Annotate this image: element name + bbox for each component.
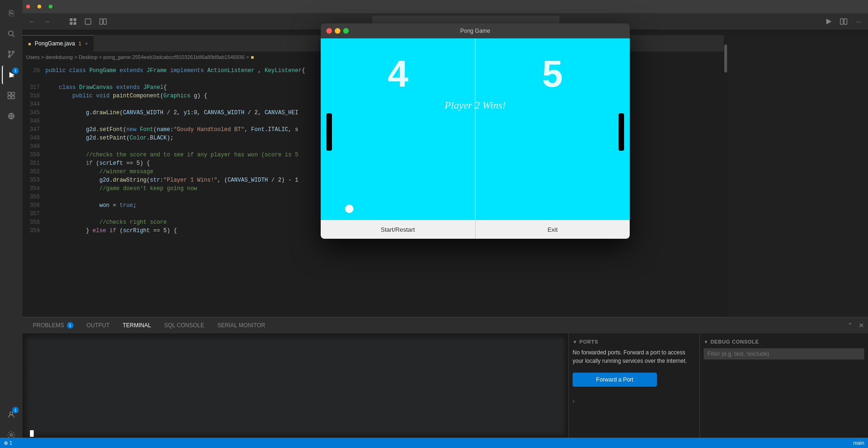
winner-message: Player 2 Wins! [445, 99, 506, 111]
svg-rect-23 [840, 19, 843, 24]
svg-rect-19 [85, 19, 91, 24]
tab-output[interactable]: OUTPUT [80, 317, 116, 334]
problems-badge: 1 [67, 322, 74, 329]
bottom-tabs-bar: PROBLEMS 1 OUTPUT TERMINAL SQL CONSOLE S… [22, 317, 868, 333]
tab-sql-console[interactable]: SQL CONSOLE [158, 317, 211, 334]
tab-problems[interactable]: PROBLEMS 1 [26, 317, 80, 334]
svg-point-2 [8, 51, 10, 53]
status-right: main [853, 440, 864, 446]
window-control-min [37, 5, 41, 8]
expand-ports-button[interactable]: › [573, 398, 696, 404]
pong-game-area: 4 5 Player 2 Wins! [321, 38, 630, 220]
tab-filename: PongGame.java [35, 40, 75, 47]
run-badge: 1 [12, 67, 19, 74]
breadcrumb-icon: ■ [251, 54, 254, 60]
ports-title: PORTS [579, 339, 598, 345]
debug-filter-input[interactable] [704, 348, 864, 360]
forward-button[interactable]: → [41, 16, 52, 27]
pong-window-title: Pong Game [460, 28, 490, 34]
toolbar-icon-1[interactable] [67, 16, 79, 27]
extensions-icon[interactable] [2, 86, 21, 105]
terminal-label: TERMINAL [123, 322, 151, 329]
pong-game-window: Pong Game 4 5 Player 2 Wins! Start/Resta… [321, 23, 630, 239]
window-close-button[interactable] [326, 28, 332, 34]
split-editor-button[interactable] [838, 16, 849, 27]
toolbar-icon-3[interactable] [97, 16, 109, 27]
window-control-max [49, 5, 52, 8]
svg-rect-24 [844, 19, 847, 24]
debug-header: ▼ DEBUG CONSOLE [704, 337, 864, 348]
output-label: OUTPUT [87, 322, 110, 329]
window-minimize-button[interactable] [335, 28, 340, 34]
ports-message: No forwarded ports. Forward a port to ac… [573, 348, 696, 365]
terminal-output [26, 337, 565, 435]
menu-bar [22, 0, 868, 13]
tab-icon: ■ [28, 41, 31, 46]
run-debug-icon[interactable]: 1 [2, 66, 21, 84]
activity-bar: ⎘ 1 [0, 0, 22, 448]
score-left: 4 [388, 52, 409, 95]
pong-controls: Start/Restart Exit [321, 220, 630, 239]
bottom-panel-controls: ⌃ ✕ [847, 322, 864, 329]
svg-rect-20 [100, 19, 103, 24]
window-control-close [26, 5, 30, 8]
svg-rect-17 [70, 22, 73, 25]
ports-panel: ▼ PORTS No forwarded ports. Forward a po… [568, 333, 699, 448]
tab-close-button[interactable]: × [85, 41, 88, 46]
paddle-left [326, 113, 332, 151]
search-icon[interactable] [2, 24, 21, 43]
bottom-panels: PROBLEMS 1 OUTPUT TERMINAL SQL CONSOLE S… [22, 317, 868, 448]
branch-status[interactable]: main [853, 440, 864, 446]
svg-rect-8 [12, 92, 15, 95]
svg-point-14 [10, 434, 13, 436]
close-panel-button[interactable]: ✕ [859, 322, 864, 329]
accounts-icon[interactable]: 1 [2, 405, 21, 424]
forward-port-button[interactable]: Forward a Port [573, 373, 657, 387]
files-icon[interactable]: ⎘ [2, 4, 21, 22]
exit-button[interactable]: Exit [476, 220, 630, 239]
scrollbar-track[interactable] [724, 35, 728, 307]
status-bar: ⊕ 1 main [0, 438, 868, 448]
svg-rect-6 [9, 76, 14, 77]
tab-terminal[interactable]: TERMINAL [116, 317, 158, 334]
remote-explorer-icon[interactable] [2, 107, 21, 125]
sql-label: SQL CONSOLE [164, 322, 205, 329]
toolbar-icon-2[interactable] [82, 16, 94, 27]
source-control-icon[interactable] [2, 45, 21, 64]
run-button[interactable] [823, 16, 834, 27]
svg-rect-9 [8, 96, 11, 99]
paddle-right [618, 113, 624, 151]
svg-rect-21 [103, 19, 106, 24]
svg-rect-18 [74, 22, 76, 25]
problems-label: PROBLEMS [33, 322, 64, 329]
svg-rect-16 [74, 18, 76, 21]
start-restart-button[interactable]: Start/Restart [321, 220, 476, 239]
svg-marker-22 [826, 19, 831, 24]
svg-rect-10 [12, 96, 15, 99]
svg-point-4 [12, 51, 14, 53]
debug-title: DEBUG CONSOLE [710, 339, 759, 345]
remote-status[interactable]: ⊕ 1 [4, 440, 12, 446]
terminal-area[interactable]: ⊕ ⚙ [22, 333, 568, 448]
line-numbers: 20 317 318 344 345 346 347 348 349 350 3… [22, 63, 44, 317]
window-controls [326, 28, 349, 34]
debug-panel: ▼ DEBUG CONSOLE [699, 333, 868, 448]
pong-titlebar: Pong Game [321, 23, 630, 38]
accounts-badge: 1 [12, 407, 19, 413]
more-actions-button[interactable]: ··· [853, 16, 864, 27]
ports-header: ▼ PORTS [573, 337, 696, 348]
back-button[interactable]: ← [26, 16, 37, 27]
breadcrumb-path: Users > derekduong > Desktop > pong_game… [26, 54, 249, 60]
serial-label: SERIAL MONITOR [217, 322, 265, 329]
tab-ponggame[interactable]: ■ PongGame.java 1 × [22, 35, 94, 51]
terminal-cursor [30, 430, 34, 437]
score-right: 5 [542, 52, 563, 95]
collapse-panel-button[interactable]: ⌃ [847, 322, 853, 329]
svg-point-13 [10, 412, 13, 415]
status-left: ⊕ 1 [4, 440, 12, 446]
tab-serial-monitor[interactable]: SERIAL MONITOR [211, 317, 272, 334]
window-maximize-button[interactable] [343, 28, 349, 34]
svg-line-1 [13, 35, 15, 37]
debug-chevron: ▼ [704, 339, 708, 345]
scrollbar-thumb[interactable] [724, 44, 727, 73]
